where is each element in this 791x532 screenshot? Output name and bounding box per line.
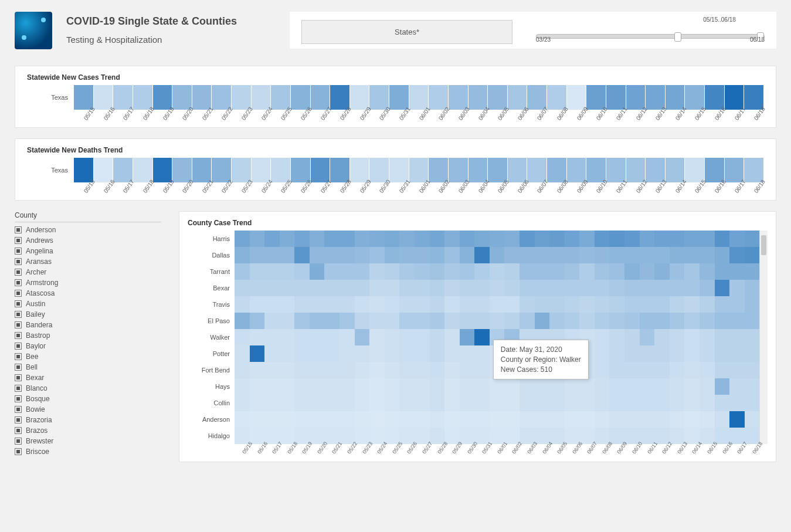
heatmap-cell[interactable] <box>460 395 475 411</box>
heatmap-cell[interactable] <box>715 296 730 313</box>
heatmap-cell[interactable] <box>549 411 565 428</box>
heatmap-cell[interactable] <box>430 296 445 313</box>
heatmap-cell[interactable] <box>715 313 730 329</box>
heatmap-cell[interactable] <box>399 231 415 247</box>
heatmap-cell[interactable] <box>399 296 415 313</box>
heatmap-cell[interactable] <box>535 247 550 263</box>
heatmap-cell[interactable] <box>340 345 355 362</box>
heatmap-cell[interactable] <box>235 247 250 263</box>
heatmap-cell[interactable] <box>444 345 460 362</box>
county-filter-item[interactable]: Bell <box>15 362 161 372</box>
heatmap-cell[interactable] <box>504 411 520 428</box>
heatmap-cell[interactable] <box>264 345 280 362</box>
heatmap-cell[interactable] <box>535 378 550 395</box>
checkbox-icon[interactable] <box>15 248 22 255</box>
heatmap-cell[interactable] <box>684 411 700 428</box>
heatmap-cell[interactable] <box>670 411 685 428</box>
heatmap-cell[interactable] <box>745 263 760 280</box>
heatmap-cell[interactable] <box>565 313 580 329</box>
heatmap-cell[interactable] <box>700 247 715 263</box>
heatmap-cell[interactable] <box>640 411 655 428</box>
heatmap-cell[interactable] <box>520 280 535 296</box>
heatmap-cell[interactable] <box>579 395 595 411</box>
heatmap-cell[interactable] <box>565 231 580 247</box>
heatmap-cell[interactable] <box>579 231 595 247</box>
heatmap-cell[interactable] <box>324 329 340 345</box>
heatmap-cell[interactable] <box>460 329 475 345</box>
checkbox-icon[interactable] <box>15 321 22 328</box>
heatmap-cell[interactable] <box>565 247 580 263</box>
checkbox-icon[interactable] <box>15 416 22 423</box>
checkbox-icon[interactable] <box>15 448 22 455</box>
heatmap-cell[interactable] <box>715 345 730 362</box>
heatmap-cell[interactable] <box>369 280 385 296</box>
heatmap-cell[interactable] <box>430 247 445 263</box>
heatmap-cell[interactable] <box>430 231 445 247</box>
heatmap-cell[interactable] <box>624 411 640 428</box>
heatmap-cell[interactable] <box>460 378 475 395</box>
heatmap-cell[interactable] <box>684 296 700 313</box>
heatmap-cell[interactable] <box>294 280 310 296</box>
heatmap-cell[interactable] <box>715 263 730 280</box>
heatmap-cell[interactable] <box>294 247 310 263</box>
heatmap-cell[interactable] <box>700 296 715 313</box>
heatmap-cell[interactable] <box>415 231 430 247</box>
heatmap-cell[interactable] <box>294 345 310 362</box>
heatmap-cell[interactable] <box>745 280 760 296</box>
heatmap-cell[interactable] <box>430 395 445 411</box>
heatmap-cell[interactable] <box>715 280 730 296</box>
heatmap-cell[interactable] <box>324 280 340 296</box>
heatmap-cell[interactable] <box>654 231 670 247</box>
heatmap-cell[interactable] <box>729 378 745 395</box>
heatmap-cell[interactable] <box>369 231 385 247</box>
heatmap-cell[interactable] <box>535 280 550 296</box>
county-heatmap[interactable]: HarrisDallasTarrantBexarTravisEl PasoWal… <box>188 231 768 444</box>
heatmap-cell[interactable] <box>520 313 535 329</box>
heatmap-cell[interactable] <box>430 362 445 378</box>
heatmap-cell[interactable] <box>504 378 520 395</box>
heatmap-cell[interactable] <box>250 345 265 362</box>
heatmap-cell[interactable] <box>640 247 655 263</box>
heatmap-cell[interactable] <box>595 263 610 280</box>
heatmap-cell[interactable] <box>294 313 310 329</box>
heatmap-cell[interactable] <box>700 411 715 428</box>
heatmap-cell[interactable] <box>654 247 670 263</box>
heatmap-cell[interactable] <box>715 247 730 263</box>
heatmap-cell[interactable] <box>310 280 325 296</box>
heatmap-cell[interactable] <box>324 247 340 263</box>
checkbox-icon[interactable] <box>15 300 22 307</box>
heatmap-cell[interactable] <box>235 362 250 378</box>
heatmap-cell[interactable] <box>490 296 505 313</box>
heatmap-cell[interactable] <box>355 263 370 280</box>
heatmap-cell[interactable] <box>250 296 265 313</box>
heatmap-cell[interactable] <box>684 378 700 395</box>
checkbox-icon[interactable] <box>15 364 22 371</box>
checkbox-icon[interactable] <box>15 406 22 413</box>
heatmap-cell[interactable] <box>549 296 565 313</box>
county-filter-item[interactable]: Armstrong <box>15 277 161 288</box>
heatmap-cell[interactable] <box>624 313 640 329</box>
heatmap-cell[interactable] <box>324 378 340 395</box>
heatmap-cell[interactable] <box>565 378 580 395</box>
heatmap-cell[interactable] <box>595 411 610 428</box>
heatmap-cell[interactable] <box>369 296 385 313</box>
heatmap-cell[interactable] <box>474 345 490 362</box>
heatmap-cell[interactable] <box>684 231 700 247</box>
county-filter-item[interactable]: Andrews <box>15 235 161 246</box>
heatmap-cell[interactable] <box>264 395 280 411</box>
heatmap-cell[interactable] <box>415 329 430 345</box>
heatmap-cell[interactable] <box>415 280 430 296</box>
county-filter-item[interactable]: Archer <box>15 267 161 277</box>
heatmap-cell[interactable] <box>385 395 400 411</box>
checkbox-icon[interactable] <box>15 226 22 233</box>
heatmap-cell[interactable] <box>729 247 745 263</box>
heatmap-cell[interactable] <box>430 378 445 395</box>
heatmap-cell[interactable] <box>474 362 490 378</box>
heatmap-cell[interactable] <box>474 231 490 247</box>
heatmap-cell[interactable] <box>684 395 700 411</box>
heatmap-cell[interactable] <box>745 345 760 362</box>
checkbox-icon[interactable] <box>15 385 22 392</box>
heatmap-cell[interactable] <box>729 263 745 280</box>
heatmap-cell[interactable] <box>369 263 385 280</box>
heatmap-cell[interactable] <box>549 263 565 280</box>
